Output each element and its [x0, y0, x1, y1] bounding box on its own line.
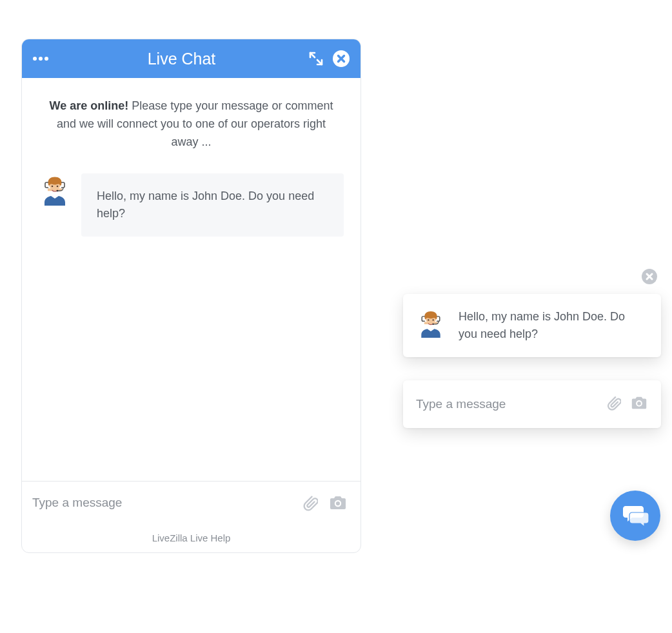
intro-text: We are online! Please type your message …	[22, 78, 361, 151]
svg-point-6	[33, 57, 37, 61]
expand-button[interactable]	[309, 52, 323, 66]
operator-message-row: Hello, my name is John Doe. Do you need …	[22, 151, 361, 237]
operator-message-bubble: Hello, my name is John Doe. Do you need …	[81, 173, 344, 237]
close-circle-icon	[641, 268, 658, 285]
mini-chat-input[interactable]	[415, 396, 603, 412]
chat-header: Live Chat	[22, 39, 361, 78]
mini-message-text: Hello, my name is John Doe. Do you need …	[459, 308, 647, 343]
chat-fab[interactable]	[610, 491, 660, 541]
chat-title: Live Chat	[54, 50, 309, 68]
chat-input[interactable]	[31, 495, 299, 511]
svg-point-8	[44, 57, 48, 61]
mini-operator-avatar	[416, 308, 446, 338]
intro-bold: We are online!	[50, 99, 129, 112]
paperclip-icon	[299, 493, 318, 512]
chat-window: Live Chat We are online! Please type you…	[21, 39, 361, 553]
svg-point-7	[39, 57, 43, 61]
menu-button[interactable]	[32, 56, 54, 61]
mini-input-card	[403, 380, 661, 428]
mini-attach-button[interactable]	[603, 394, 621, 414]
close-circle-icon	[332, 50, 350, 68]
camera-button[interactable]	[327, 493, 349, 512]
paperclip-icon	[603, 394, 621, 412]
chat-bubbles-icon	[622, 503, 649, 528]
operator-avatar	[39, 173, 71, 206]
mini-message-card[interactable]: Hello, my name is John Doe. Do you need …	[403, 294, 661, 357]
mini-close-button[interactable]	[641, 268, 658, 285]
expand-icon	[309, 52, 323, 66]
camera-icon	[629, 394, 649, 412]
close-button[interactable]	[332, 50, 350, 68]
mini-camera-button[interactable]	[629, 394, 649, 414]
chat-input-bar	[22, 481, 361, 523]
attach-button[interactable]	[299, 493, 318, 512]
brand-footer: LiveZilla Live Help	[22, 523, 361, 552]
ellipsis-icon	[32, 56, 50, 61]
camera-icon	[327, 493, 349, 512]
